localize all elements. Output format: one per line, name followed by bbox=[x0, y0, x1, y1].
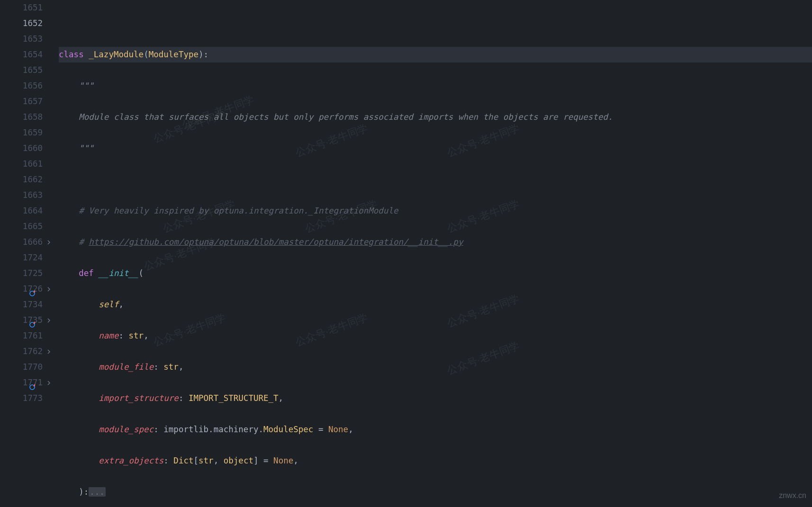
gutter-line: 1725 bbox=[0, 266, 53, 281]
gutter-line: 1770 bbox=[0, 359, 53, 375]
docstring: """ bbox=[79, 81, 94, 90]
line-number: 1666 bbox=[19, 234, 43, 250]
line-number: 1654 bbox=[19, 47, 43, 62]
gutter-line: 1735 bbox=[0, 312, 53, 328]
gutter-line: 1663 bbox=[0, 187, 53, 203]
param-type: Dict bbox=[173, 456, 193, 465]
param-type: ModuleSpec bbox=[263, 425, 313, 434]
code-line[interactable]: """ bbox=[59, 78, 812, 94]
chevron-right-icon[interactable] bbox=[45, 348, 52, 355]
gutter-line: 1655 bbox=[0, 62, 53, 78]
gutter-line: 1762 bbox=[0, 344, 53, 359]
line-number: 1655 bbox=[19, 62, 43, 78]
gutter-line: 1651 bbox=[0, 0, 53, 16]
code-line[interactable]: Module class that surfaces all objects b… bbox=[59, 109, 812, 125]
gutter-line: 1660 bbox=[0, 141, 53, 156]
fold-marker[interactable]: ... bbox=[89, 487, 106, 497]
gutter-line: 1773 bbox=[0, 391, 53, 406]
line-number: 1773 bbox=[19, 391, 43, 406]
gutter-line: 1658 bbox=[0, 109, 53, 125]
code-line[interactable]: self, bbox=[59, 297, 812, 312]
gutter-line: 1654 bbox=[0, 47, 53, 62]
line-number: 1652 bbox=[19, 16, 43, 31]
param-name: extra_objects bbox=[99, 456, 163, 465]
line-number: 1662 bbox=[19, 172, 43, 187]
code-line[interactable]: ):... bbox=[59, 484, 812, 500]
code-editor[interactable]: 1651165216531654165516561657165816591660… bbox=[0, 0, 812, 507]
code-line[interactable] bbox=[59, 16, 812, 31]
function-name: __init__ bbox=[99, 268, 138, 278]
param-self: self bbox=[99, 300, 118, 309]
code-line[interactable]: # https://github.com/optuna/optuna/blob/… bbox=[59, 234, 812, 250]
line-number: 1661 bbox=[19, 156, 43, 172]
gutter-line: 1653 bbox=[0, 31, 53, 47]
code-line[interactable]: name: str, bbox=[59, 328, 812, 344]
comment: # https://github.com/optuna/optuna/blob/… bbox=[79, 237, 463, 247]
code-line[interactable]: extra_objects: Dict[str, object] = None, bbox=[59, 453, 812, 469]
override-gutter-icon[interactable] bbox=[29, 380, 36, 386]
chevron-right-icon[interactable] bbox=[45, 380, 52, 386]
line-number: 1663 bbox=[19, 187, 43, 203]
override-gutter-icon[interactable] bbox=[29, 317, 36, 324]
default-none: None bbox=[328, 425, 348, 434]
line-number: 1724 bbox=[19, 250, 43, 266]
line-number: 1658 bbox=[19, 109, 43, 125]
corner-watermark: znwx.cn bbox=[779, 488, 806, 503]
line-number: 1651 bbox=[19, 0, 43, 16]
gutter-line: 1656 bbox=[0, 78, 53, 94]
gutter-line: 1726 bbox=[0, 281, 53, 297]
comment-url[interactable]: https://github.com/optuna/optuna/blob/ma… bbox=[89, 237, 463, 247]
param-name: module_spec bbox=[99, 425, 153, 434]
line-number: 1653 bbox=[19, 31, 43, 47]
param-type: str bbox=[163, 362, 179, 372]
line-number: 1660 bbox=[19, 141, 43, 156]
base-class: ModuleType bbox=[149, 50, 198, 59]
code-line[interactable]: module_file: str, bbox=[59, 359, 812, 375]
param-type: IMPORT_STRUCTURE_T bbox=[189, 393, 279, 403]
line-number: 1656 bbox=[19, 78, 43, 94]
line-number: 1659 bbox=[19, 125, 43, 141]
gutter-line: 1771 bbox=[0, 375, 53, 391]
chevron-right-icon[interactable] bbox=[45, 317, 52, 324]
code-line[interactable]: """ bbox=[59, 141, 812, 156]
default-none: None bbox=[273, 456, 293, 465]
docstring: """ bbox=[79, 143, 94, 153]
line-number: 1665 bbox=[19, 219, 43, 234]
gutter-line: 1661 bbox=[0, 156, 53, 172]
chevron-right-icon[interactable] bbox=[45, 239, 52, 246]
gutter-line: 1652 bbox=[0, 16, 53, 31]
keyword-def: def bbox=[79, 268, 94, 278]
line-number: 1770 bbox=[19, 359, 43, 375]
code-area[interactable]: class _LazyModule(ModuleType): """ Modul… bbox=[57, 0, 812, 507]
gutter-line: 1761 bbox=[0, 328, 53, 344]
line-number: 1734 bbox=[19, 297, 43, 312]
gutter-line: 1664 bbox=[0, 203, 53, 219]
code-line[interactable] bbox=[59, 172, 812, 187]
param-name: import_structure bbox=[99, 393, 179, 403]
gutter-line: 1659 bbox=[0, 125, 53, 141]
comment: # Very heavily inspired by optuna.integr… bbox=[79, 206, 398, 215]
param-name: module_file bbox=[99, 362, 153, 372]
gutter-line: 1724 bbox=[0, 250, 53, 266]
line-number: 1725 bbox=[19, 266, 43, 281]
line-number: 1657 bbox=[19, 94, 43, 109]
line-number: 1762 bbox=[19, 344, 43, 359]
class-name: _LazyModule bbox=[89, 50, 144, 59]
code-line[interactable]: class _LazyModule(ModuleType): bbox=[59, 47, 812, 62]
code-line[interactable]: # Very heavily inspired by optuna.integr… bbox=[59, 203, 812, 219]
code-line[interactable]: import_structure: IMPORT_STRUCTURE_T, bbox=[59, 391, 812, 406]
param-name: name bbox=[99, 331, 118, 340]
line-number: 1761 bbox=[19, 328, 43, 344]
gutter-line: 1666 bbox=[0, 234, 53, 250]
gutter-line: 1734 bbox=[0, 297, 53, 312]
override-gutter-icon[interactable] bbox=[29, 286, 36, 293]
param-type: str bbox=[129, 331, 144, 340]
chevron-right-icon[interactable] bbox=[45, 286, 52, 293]
gutter-line: 1665 bbox=[0, 219, 53, 234]
module-path: importlib.machinery bbox=[163, 425, 258, 434]
keyword-class: class bbox=[59, 50, 84, 59]
line-number: 1664 bbox=[19, 203, 43, 219]
code-line[interactable]: def __init__( bbox=[59, 266, 812, 281]
docstring: Module class that surfaces all objects b… bbox=[79, 112, 613, 122]
code-line[interactable]: module_spec: importlib.machinery.ModuleS… bbox=[59, 422, 812, 437]
